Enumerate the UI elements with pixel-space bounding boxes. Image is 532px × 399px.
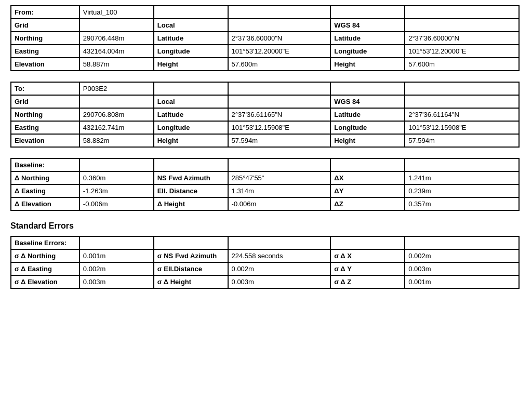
from-latitude-value1: 2°37'36.60000"N bbox=[228, 32, 331, 45]
from-latitude-label1: Latitude bbox=[154, 32, 228, 45]
to-height-label1: Height bbox=[154, 134, 228, 147]
from-label: From: bbox=[11, 6, 79, 19]
from-longitude-label2: Longitude bbox=[330, 45, 405, 58]
baseline-ell-distance-value: 1.314m bbox=[228, 184, 331, 197]
from-northing-value: 290706.448m bbox=[79, 32, 154, 45]
from-easting-value: 432164.004m bbox=[79, 45, 154, 58]
from-col3 bbox=[154, 6, 228, 19]
from-value: Virtual_100 bbox=[79, 6, 154, 19]
baseline-errors-label: Baseline Errors: bbox=[11, 236, 79, 249]
from-col6 bbox=[405, 6, 519, 19]
baseline-elevation-row: Δ Elevation -0.006m Δ Height -0.006m ΔZ … bbox=[11, 197, 519, 210]
to-grid-label: Grid bbox=[11, 95, 79, 108]
to-label: To: bbox=[11, 82, 79, 95]
to-elevation-label: Elevation bbox=[11, 134, 79, 147]
se-col3 bbox=[154, 236, 228, 249]
from-header-row: From: Virtual_100 bbox=[11, 6, 519, 19]
to-local-label: Local bbox=[154, 95, 228, 108]
to-col6 bbox=[405, 82, 519, 95]
se-ax-value: 0.002m bbox=[405, 249, 519, 262]
baseline-northing-label: Δ Northing bbox=[11, 171, 79, 184]
from-grid-col2 bbox=[79, 19, 154, 32]
to-grid-col6 bbox=[405, 95, 519, 108]
se-northing-row: σ Δ Northing 0.001m σ NS Fwd Azimuth 224… bbox=[11, 249, 519, 262]
se-height-value: 0.003m bbox=[228, 275, 331, 288]
to-latitude-label1: Latitude bbox=[154, 108, 228, 121]
baseline-ell-distance-label: Ell. Distance bbox=[154, 184, 228, 197]
baseline-easting-row: Δ Easting -1.263m Ell. Distance 1.314m Δ… bbox=[11, 184, 519, 197]
baseline-table: Baseline: Δ Northing 0.360m NS Fwd Azimu… bbox=[10, 158, 520, 211]
se-ns-fwd-label: σ NS Fwd Azimuth bbox=[154, 249, 228, 262]
to-northing-label: Northing bbox=[11, 108, 79, 121]
from-northing-row: Northing 290706.448m Latitude 2°37'36.60… bbox=[11, 32, 519, 45]
from-local-label: Local bbox=[154, 19, 228, 32]
from-height-value2: 57.600m bbox=[405, 58, 519, 71]
to-elevation-value: 58.882m bbox=[79, 134, 154, 147]
baseline-elevation-label: Δ Elevation bbox=[11, 197, 79, 210]
from-grid-col6 bbox=[405, 19, 519, 32]
from-col4 bbox=[228, 6, 331, 19]
se-ay-value: 0.003m bbox=[405, 262, 519, 275]
to-height-value1: 57.594m bbox=[228, 134, 331, 147]
se-elevation-label: σ Δ Elevation bbox=[11, 275, 79, 288]
baseline-col3 bbox=[154, 158, 228, 171]
baseline-easting-label: Δ Easting bbox=[11, 184, 79, 197]
se-ay-label: σ Δ Y bbox=[330, 262, 405, 275]
to-longitude-label2: Longitude bbox=[330, 121, 405, 134]
se-ell-distance-label: σ Ell.Distance bbox=[154, 262, 228, 275]
from-wgs84-label: WGS 84 bbox=[330, 19, 405, 32]
from-longitude-label1: Longitude bbox=[154, 45, 228, 58]
to-latitude-label2: Latitude bbox=[330, 108, 405, 121]
from-longitude-value1: 101°53'12.20000"E bbox=[228, 45, 331, 58]
from-elevation-label: Elevation bbox=[11, 58, 79, 71]
to-value: P003E2 bbox=[79, 82, 154, 95]
baseline-section: Baseline: Δ Northing 0.360m NS Fwd Azimu… bbox=[10, 158, 522, 211]
standard-errors-table: Baseline Errors: σ Δ Northing 0.001m σ N… bbox=[10, 236, 520, 289]
to-latitude-value2: 2°37'36.61164"N bbox=[405, 108, 519, 121]
standard-errors-heading: Standard Errors bbox=[10, 221, 522, 231]
to-longitude-value1: 101°53'12.15908"E bbox=[228, 121, 331, 134]
baseline-ns-fwd-value: 285°47'55" bbox=[228, 171, 331, 184]
baseline-col2 bbox=[79, 158, 154, 171]
to-height-value2: 57.594m bbox=[405, 134, 519, 147]
to-wgs84-label: WGS 84 bbox=[330, 95, 405, 108]
from-elevation-value: 58.887m bbox=[79, 58, 154, 71]
baseline-dy-label: ΔY bbox=[330, 184, 405, 197]
from-section: From: Virtual_100 Grid Local WGS 84 Nort… bbox=[10, 5, 522, 71]
se-height-label: σ Δ Height bbox=[154, 275, 228, 288]
to-longitude-label1: Longitude bbox=[154, 121, 228, 134]
to-easting-row: Easting 432162.741m Longitude 101°53'12.… bbox=[11, 121, 519, 134]
baseline-height-label: Δ Height bbox=[154, 197, 228, 210]
se-elevation-value: 0.003m bbox=[79, 275, 154, 288]
se-easting-label: σ Δ Easting bbox=[11, 262, 79, 275]
to-northing-value: 290706.808m bbox=[79, 108, 154, 121]
to-easting-label: Easting bbox=[11, 121, 79, 134]
baseline-elevation-value: -0.006m bbox=[79, 197, 154, 210]
baseline-dx-value: 1.241m bbox=[405, 171, 519, 184]
to-easting-value: 432162.741m bbox=[79, 121, 154, 134]
se-northing-label: σ Δ Northing bbox=[11, 249, 79, 262]
se-az-label: σ Δ Z bbox=[330, 275, 405, 288]
baseline-height-value: -0.006m bbox=[228, 197, 331, 210]
baseline-label: Baseline: bbox=[11, 158, 79, 171]
se-northing-value: 0.001m bbox=[79, 249, 154, 262]
to-grid-col2 bbox=[79, 95, 154, 108]
baseline-col5 bbox=[330, 158, 405, 171]
to-grid-col4 bbox=[228, 95, 331, 108]
se-ax-label: σ Δ X bbox=[330, 249, 405, 262]
to-grid-row: Grid Local WGS 84 bbox=[11, 95, 519, 108]
to-longitude-value2: 101°53'12.15908"E bbox=[405, 121, 519, 134]
to-height-label2: Height bbox=[330, 134, 405, 147]
se-easting-row: σ Δ Easting 0.002m σ Ell.Distance 0.002m… bbox=[11, 262, 519, 275]
baseline-errors-header-row: Baseline Errors: bbox=[11, 236, 519, 249]
from-easting-row: Easting 432164.004m Longitude 101°53'12.… bbox=[11, 45, 519, 58]
from-table: From: Virtual_100 Grid Local WGS 84 Nort… bbox=[10, 5, 520, 71]
se-elevation-row: σ Δ Elevation 0.003m σ Δ Height 0.003m σ… bbox=[11, 275, 519, 288]
se-col6 bbox=[405, 236, 519, 249]
baseline-dy-value: 0.239m bbox=[405, 184, 519, 197]
to-header-row: To: P003E2 bbox=[11, 82, 519, 95]
from-northing-label: Northing bbox=[11, 32, 79, 45]
baseline-dz-value: 0.357m bbox=[405, 197, 519, 210]
from-grid-label: Grid bbox=[11, 19, 79, 32]
se-col4 bbox=[228, 236, 331, 249]
